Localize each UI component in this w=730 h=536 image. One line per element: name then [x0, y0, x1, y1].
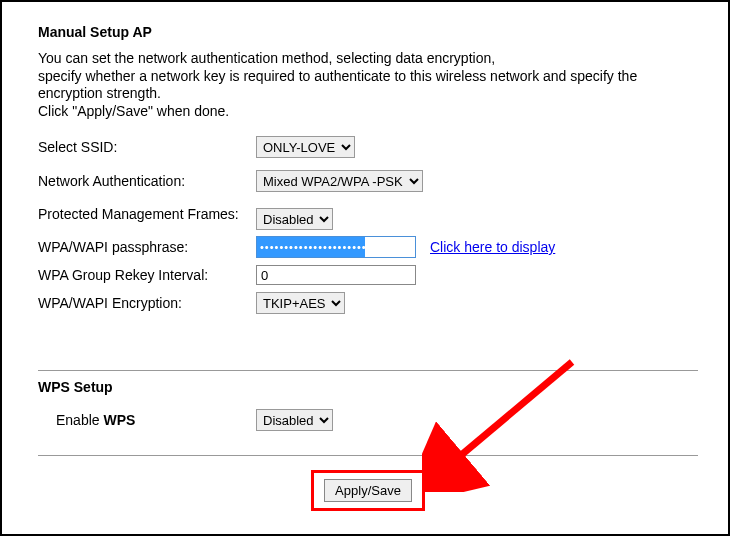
intro-line-2: specify whether a network key is require… [38, 68, 637, 102]
select-wps[interactable]: Disabled [256, 409, 333, 431]
apply-save-button[interactable]: Apply/Save [324, 479, 412, 502]
passphrase-masked: •••••••••••••••••••••• [260, 241, 367, 253]
row-passphrase: WPA/WAPI passphrase: •••••••••••••••••••… [38, 234, 698, 260]
separator-bottom [38, 455, 698, 456]
page-heading: Manual Setup AP [38, 24, 698, 40]
select-auth[interactable]: Mixed WPA2/WPA -PSK [256, 170, 423, 192]
row-rekey: WPA Group Rekey Interval: [38, 262, 698, 288]
row-auth: Network Authentication: Mixed WPA2/WPA -… [38, 168, 698, 194]
label-encryption: WPA/WAPI Encryption: [38, 295, 256, 311]
passphrase-selection: •••••••••••••••••••••• [257, 237, 365, 257]
label-rekey: WPA Group Rekey Interval: [38, 267, 256, 283]
input-rekey[interactable] [256, 265, 416, 285]
label-auth: Network Authentication: [38, 173, 256, 189]
intro-line-3: Click "Apply/Save" when done. [38, 103, 229, 119]
intro-line-1: You can set the network authentication m… [38, 50, 495, 66]
select-encryption[interactable]: TKIP+AES [256, 292, 345, 314]
apply-container: Apply/Save [38, 470, 698, 511]
label-pmf: Protected Management Frames: [38, 206, 256, 223]
label-ssid: Select SSID: [38, 139, 256, 155]
router-security-page: Manual Setup AP You can set the network … [0, 0, 730, 536]
label-passphrase: WPA/WAPI passphrase: [38, 239, 256, 255]
select-ssid[interactable]: ONLY-LOVE [256, 136, 355, 158]
label-wps-enable: Enable WPS [38, 412, 256, 428]
row-wps-enable: Enable WPS Disabled [38, 407, 698, 433]
separator-wps [38, 370, 698, 371]
intro-text: You can set the network authentication m… [38, 50, 698, 120]
apply-highlight-box: Apply/Save [311, 470, 425, 511]
select-pmf[interactable]: Disabled [256, 208, 333, 230]
link-display-passphrase[interactable]: Click here to display [430, 239, 555, 255]
row-encryption: WPA/WAPI Encryption: TKIP+AES [38, 290, 698, 316]
row-pmf: Protected Management Frames: Disabled [38, 206, 698, 232]
wps-heading: WPS Setup [38, 379, 698, 395]
row-ssid: Select SSID: ONLY-LOVE [38, 134, 698, 160]
